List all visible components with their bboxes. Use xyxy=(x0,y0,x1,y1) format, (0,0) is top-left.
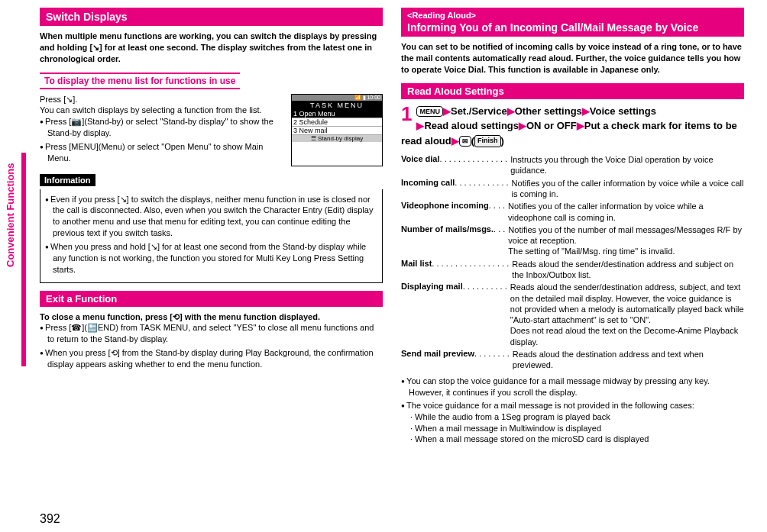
sdesc: Reads aloud the sender/destination addre… xyxy=(507,282,744,347)
sdesc: Notifies you of the caller information b… xyxy=(505,201,744,223)
dots: . . . . xyxy=(489,201,505,210)
menu-key-icon: MENU xyxy=(416,106,443,117)
right-column: <Reading Aloud> Informing You of an Inco… xyxy=(401,8,744,447)
srow-send-preview: Send mail preview . . . . . . . . Reads … xyxy=(401,349,744,371)
info-label: Information xyxy=(40,174,95,186)
exit-header: Exit a Function xyxy=(40,291,383,307)
arrow-icon: ▶ xyxy=(519,120,526,131)
dots: . . . . . . . . . . xyxy=(463,282,507,291)
right-title-bar: <Reading Aloud> Informing You of an Inco… xyxy=(401,8,744,37)
srow-videophone: Videophone incoming . . . . Notifies you… xyxy=(401,201,744,223)
right-sub: Read Aloud Settings xyxy=(401,83,744,99)
mock-statusbar: 📶 ▮ 10:00 xyxy=(292,95,382,101)
mock-title: TASK MENU xyxy=(292,101,382,110)
press-row: Press [↘]. You can switch displays by se… xyxy=(40,94,383,166)
settings-table: Voice dial . . . . . . . . . . . . . . .… xyxy=(401,154,744,371)
note-2-lead: The voice guidance for a mail message is… xyxy=(406,401,694,410)
note-1: You can stop the voice guidance for a ma… xyxy=(401,376,744,398)
slabel: Incoming call xyxy=(401,178,455,187)
dots: . . . . . . . . xyxy=(474,349,510,358)
step-p5: ON or OFF xyxy=(526,120,577,131)
notes-list: You can stop the voice guidance for a ma… xyxy=(401,376,744,444)
slabel: Displaying mail xyxy=(401,282,463,291)
arrow-icon: ▶ xyxy=(451,135,459,147)
right-title: Informing You of an Incoming Call/Mail M… xyxy=(407,21,698,34)
slabel: Voice dial xyxy=(401,154,440,163)
press-bullets: Press [📷](Stand-by) or select "Stand-by … xyxy=(40,116,280,163)
exit-list: Press [☎](🔚END) from TASK MENU, and sele… xyxy=(40,322,383,369)
arrow-icon: ▶ xyxy=(582,105,590,117)
arrow-icon: ▶ xyxy=(443,105,451,117)
mock-screen: 📶 ▮ 10:00 TASK MENU 1 Open Menu 2 Schedu… xyxy=(291,94,383,166)
srow-displaying-mail: Displaying mail . . . . . . . . . . Read… xyxy=(401,282,744,347)
mock-footer: ☰ Stand-by display xyxy=(292,135,382,142)
arrow-icon: ▶ xyxy=(507,105,515,117)
mock-item-2: 2 Schedule xyxy=(292,118,382,127)
info-block: Information Even if you press [↘] to swi… xyxy=(40,174,383,283)
slabel: Videophone incoming xyxy=(401,201,489,210)
dots: . . . . . . . . . . . . . . . . . xyxy=(432,259,509,268)
step-block: 1 MENU▶Set./Service▶Other settings▶Voice… xyxy=(401,104,744,149)
step-number: 1 xyxy=(401,104,412,124)
note-2c: · When a mail message stored on the micr… xyxy=(409,434,744,444)
srow-mail-list: Mail list . . . . . . . . . . . . . . . … xyxy=(401,259,744,281)
dots: . . . xyxy=(494,224,505,234)
step-p2: Other settings xyxy=(515,105,582,117)
slabel: Send mail preview xyxy=(401,349,474,358)
left-title-bar: Switch Displays xyxy=(40,8,383,26)
exit-lead: To close a menu function, press [⟲] with… xyxy=(40,311,383,323)
finish-softkey: Finish xyxy=(474,135,501,147)
sdesc: Reads aloud the destination address and … xyxy=(510,349,744,371)
note-2a: · While the audio from a 1Seg program is… xyxy=(409,411,744,422)
arrow-icon: ▶ xyxy=(577,120,584,131)
page-body: Switch Displays When multiple menu funct… xyxy=(0,0,767,454)
press-bullet-2: Press [MENU](Menu) or select "Open Menu"… xyxy=(40,141,280,164)
right-intro: You can set to be notified of incoming c… xyxy=(401,41,744,76)
press-line2: You can switch displays by selecting a f… xyxy=(40,105,280,116)
sdesc: Reads aloud the sender/destination addre… xyxy=(509,259,744,281)
page-number: 392 xyxy=(40,512,60,526)
arrow-icon: ▶ xyxy=(416,120,424,131)
left-intro: When multiple menu functions are working… xyxy=(40,31,383,65)
note-2: The voice guidance for a mail message is… xyxy=(401,400,744,444)
step-text: MENU▶Set./Service▶Other settings▶Voice s… xyxy=(401,104,744,149)
mock-item-1: 1 Open Menu xyxy=(292,110,382,118)
srow-voice-dial: Voice dial . . . . . . . . . . . . . . .… xyxy=(401,154,744,176)
info-box: Even if you press [↘] to switch the disp… xyxy=(40,189,383,283)
info-item-2: When you press and hold [↘] for at least… xyxy=(45,241,377,276)
left-sub1: To display the menu list for functions i… xyxy=(40,73,240,89)
step-p3: Voice settings xyxy=(590,105,656,117)
press-line1: Press [↘]. xyxy=(40,94,280,105)
press-text-block: Press [↘]. You can switch displays by se… xyxy=(40,94,280,166)
info-list: Even if you press [↘] to switch the disp… xyxy=(45,194,377,276)
left-title: Switch Displays xyxy=(46,11,128,23)
dots: . . . . . . . . . . . . xyxy=(455,178,508,187)
sdesc: Notifies you of the caller information b… xyxy=(509,178,744,200)
slabel: Number of mails/msgs. xyxy=(401,224,494,234)
exit-item-2: When you press [⟲] from the Stand-by dis… xyxy=(40,347,383,370)
info-item-1: Even if you press [↘] to switch the disp… xyxy=(45,194,377,239)
step-p4: Read aloud settings xyxy=(424,120,519,131)
step-p1: Set./Service xyxy=(451,105,507,117)
note-2b: · When a mail message in Multiwindow is … xyxy=(409,423,744,434)
mock-item-3: 3 New mail xyxy=(292,127,382,135)
srow-incoming-call: Incoming call . . . . . . . . . . . . No… xyxy=(401,178,744,200)
sdesc: Instructs you through the Voice Dial ope… xyxy=(507,154,744,176)
press-bullet-1: Press [📷](Stand-by) or select "Stand-by … xyxy=(40,116,280,139)
exit-item-1: Press [☎](🔚END) from TASK MENU, and sele… xyxy=(40,322,383,345)
dots: . . . . . . . . . . . . . . . xyxy=(440,154,508,163)
sdesc: Notifies you of the number of mail messa… xyxy=(505,224,744,257)
srow-num-mails: Number of mails/msgs. . . . Notifies you… xyxy=(401,224,744,257)
right-tag: <Reading Aloud> xyxy=(407,11,738,20)
left-column: Switch Displays When multiple menu funct… xyxy=(40,8,383,447)
slabel: Mail list xyxy=(401,259,432,268)
mail-key-icon: ✉ xyxy=(459,136,471,147)
